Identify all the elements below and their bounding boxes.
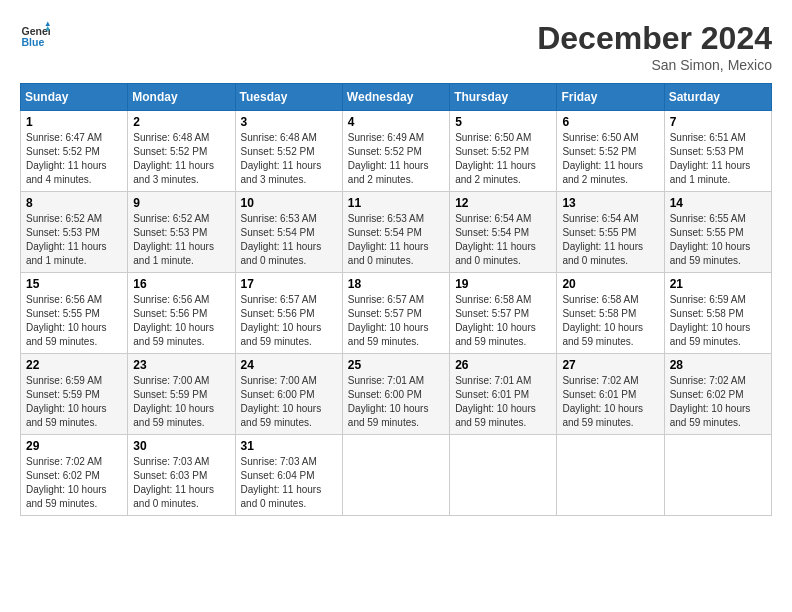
day-number: 5 — [455, 115, 551, 129]
day-cell-24: 24 Sunrise: 7:00 AM Sunset: 6:00 PM Dayl… — [235, 354, 342, 435]
day-info: Sunrise: 6:54 AM Sunset: 5:54 PM Dayligh… — [455, 212, 551, 268]
day-cell-14: 14 Sunrise: 6:55 AM Sunset: 5:55 PM Dayl… — [664, 192, 771, 273]
day-info: Sunrise: 6:56 AM Sunset: 5:56 PM Dayligh… — [133, 293, 229, 349]
day-cell-8: 8 Sunrise: 6:52 AM Sunset: 5:53 PM Dayli… — [21, 192, 128, 273]
day-number: 19 — [455, 277, 551, 291]
day-cell-26: 26 Sunrise: 7:01 AM Sunset: 6:01 PM Dayl… — [450, 354, 557, 435]
header-saturday: Saturday — [664, 84, 771, 111]
page-header: General Blue December 2024 San Simon, Me… — [20, 20, 772, 73]
day-info: Sunrise: 6:49 AM Sunset: 5:52 PM Dayligh… — [348, 131, 444, 187]
day-number: 3 — [241, 115, 337, 129]
empty-cell — [342, 435, 449, 516]
day-number: 7 — [670, 115, 766, 129]
header-wednesday: Wednesday — [342, 84, 449, 111]
day-cell-23: 23 Sunrise: 7:00 AM Sunset: 5:59 PM Dayl… — [128, 354, 235, 435]
day-info: Sunrise: 6:56 AM Sunset: 5:55 PM Dayligh… — [26, 293, 122, 349]
day-info: Sunrise: 6:52 AM Sunset: 5:53 PM Dayligh… — [133, 212, 229, 268]
header-sunday: Sunday — [21, 84, 128, 111]
logo: General Blue — [20, 20, 50, 50]
calendar-table: Sunday Monday Tuesday Wednesday Thursday… — [20, 83, 772, 516]
day-info: Sunrise: 7:03 AM Sunset: 6:04 PM Dayligh… — [241, 455, 337, 511]
empty-cell — [557, 435, 664, 516]
day-info: Sunrise: 6:55 AM Sunset: 5:55 PM Dayligh… — [670, 212, 766, 268]
day-info: Sunrise: 6:58 AM Sunset: 5:57 PM Dayligh… — [455, 293, 551, 349]
day-number: 22 — [26, 358, 122, 372]
day-info: Sunrise: 6:50 AM Sunset: 5:52 PM Dayligh… — [562, 131, 658, 187]
day-number: 8 — [26, 196, 122, 210]
day-number: 15 — [26, 277, 122, 291]
day-number: 10 — [241, 196, 337, 210]
day-info: Sunrise: 7:02 AM Sunset: 6:01 PM Dayligh… — [562, 374, 658, 430]
day-info: Sunrise: 6:51 AM Sunset: 5:53 PM Dayligh… — [670, 131, 766, 187]
day-cell-25: 25 Sunrise: 7:01 AM Sunset: 6:00 PM Dayl… — [342, 354, 449, 435]
day-number: 26 — [455, 358, 551, 372]
day-info: Sunrise: 6:53 AM Sunset: 5:54 PM Dayligh… — [241, 212, 337, 268]
week-row-1: 1 Sunrise: 6:47 AM Sunset: 5:52 PM Dayli… — [21, 111, 772, 192]
day-cell-30: 30 Sunrise: 7:03 AM Sunset: 6:03 PM Dayl… — [128, 435, 235, 516]
day-cell-3: 3 Sunrise: 6:48 AM Sunset: 5:52 PM Dayli… — [235, 111, 342, 192]
day-cell-7: 7 Sunrise: 6:51 AM Sunset: 5:53 PM Dayli… — [664, 111, 771, 192]
day-number: 6 — [562, 115, 658, 129]
day-info: Sunrise: 7:03 AM Sunset: 6:03 PM Dayligh… — [133, 455, 229, 511]
day-cell-17: 17 Sunrise: 6:57 AM Sunset: 5:56 PM Dayl… — [235, 273, 342, 354]
day-cell-9: 9 Sunrise: 6:52 AM Sunset: 5:53 PM Dayli… — [128, 192, 235, 273]
day-info: Sunrise: 7:01 AM Sunset: 6:00 PM Dayligh… — [348, 374, 444, 430]
day-cell-1: 1 Sunrise: 6:47 AM Sunset: 5:52 PM Dayli… — [21, 111, 128, 192]
day-cell-15: 15 Sunrise: 6:56 AM Sunset: 5:55 PM Dayl… — [21, 273, 128, 354]
day-cell-22: 22 Sunrise: 6:59 AM Sunset: 5:59 PM Dayl… — [21, 354, 128, 435]
day-number: 21 — [670, 277, 766, 291]
day-cell-29: 29 Sunrise: 7:02 AM Sunset: 6:02 PM Dayl… — [21, 435, 128, 516]
day-info: Sunrise: 6:58 AM Sunset: 5:58 PM Dayligh… — [562, 293, 658, 349]
location: San Simon, Mexico — [537, 57, 772, 73]
svg-marker-2 — [46, 22, 51, 27]
week-row-5: 29 Sunrise: 7:02 AM Sunset: 6:02 PM Dayl… — [21, 435, 772, 516]
day-cell-16: 16 Sunrise: 6:56 AM Sunset: 5:56 PM Dayl… — [128, 273, 235, 354]
day-info: Sunrise: 6:47 AM Sunset: 5:52 PM Dayligh… — [26, 131, 122, 187]
day-info: Sunrise: 7:02 AM Sunset: 6:02 PM Dayligh… — [26, 455, 122, 511]
header-friday: Friday — [557, 84, 664, 111]
day-cell-28: 28 Sunrise: 7:02 AM Sunset: 6:02 PM Dayl… — [664, 354, 771, 435]
day-cell-21: 21 Sunrise: 6:59 AM Sunset: 5:58 PM Dayl… — [664, 273, 771, 354]
day-info: Sunrise: 7:02 AM Sunset: 6:02 PM Dayligh… — [670, 374, 766, 430]
day-number: 1 — [26, 115, 122, 129]
day-number: 18 — [348, 277, 444, 291]
day-number: 25 — [348, 358, 444, 372]
header-tuesday: Tuesday — [235, 84, 342, 111]
day-number: 28 — [670, 358, 766, 372]
day-number: 31 — [241, 439, 337, 453]
day-cell-4: 4 Sunrise: 6:49 AM Sunset: 5:52 PM Dayli… — [342, 111, 449, 192]
day-info: Sunrise: 6:59 AM Sunset: 5:59 PM Dayligh… — [26, 374, 122, 430]
day-number: 4 — [348, 115, 444, 129]
day-number: 16 — [133, 277, 229, 291]
month-title: December 2024 — [537, 20, 772, 57]
day-number: 27 — [562, 358, 658, 372]
day-info: Sunrise: 6:48 AM Sunset: 5:52 PM Dayligh… — [133, 131, 229, 187]
day-cell-20: 20 Sunrise: 6:58 AM Sunset: 5:58 PM Dayl… — [557, 273, 664, 354]
day-number: 29 — [26, 439, 122, 453]
day-number: 30 — [133, 439, 229, 453]
day-number: 12 — [455, 196, 551, 210]
day-number: 17 — [241, 277, 337, 291]
day-info: Sunrise: 6:57 AM Sunset: 5:57 PM Dayligh… — [348, 293, 444, 349]
day-number: 14 — [670, 196, 766, 210]
day-info: Sunrise: 7:00 AM Sunset: 6:00 PM Dayligh… — [241, 374, 337, 430]
day-cell-2: 2 Sunrise: 6:48 AM Sunset: 5:52 PM Dayli… — [128, 111, 235, 192]
day-info: Sunrise: 6:52 AM Sunset: 5:53 PM Dayligh… — [26, 212, 122, 268]
day-info: Sunrise: 6:59 AM Sunset: 5:58 PM Dayligh… — [670, 293, 766, 349]
day-info: Sunrise: 6:54 AM Sunset: 5:55 PM Dayligh… — [562, 212, 658, 268]
title-block: December 2024 San Simon, Mexico — [537, 20, 772, 73]
weekday-header-row: Sunday Monday Tuesday Wednesday Thursday… — [21, 84, 772, 111]
empty-cell — [450, 435, 557, 516]
day-info: Sunrise: 7:00 AM Sunset: 5:59 PM Dayligh… — [133, 374, 229, 430]
day-cell-31: 31 Sunrise: 7:03 AM Sunset: 6:04 PM Dayl… — [235, 435, 342, 516]
day-info: Sunrise: 6:50 AM Sunset: 5:52 PM Dayligh… — [455, 131, 551, 187]
week-row-2: 8 Sunrise: 6:52 AM Sunset: 5:53 PM Dayli… — [21, 192, 772, 273]
day-cell-18: 18 Sunrise: 6:57 AM Sunset: 5:57 PM Dayl… — [342, 273, 449, 354]
day-cell-10: 10 Sunrise: 6:53 AM Sunset: 5:54 PM Dayl… — [235, 192, 342, 273]
day-number: 11 — [348, 196, 444, 210]
day-cell-5: 5 Sunrise: 6:50 AM Sunset: 5:52 PM Dayli… — [450, 111, 557, 192]
svg-text:Blue: Blue — [22, 36, 45, 48]
day-info: Sunrise: 6:48 AM Sunset: 5:52 PM Dayligh… — [241, 131, 337, 187]
day-cell-19: 19 Sunrise: 6:58 AM Sunset: 5:57 PM Dayl… — [450, 273, 557, 354]
week-row-4: 22 Sunrise: 6:59 AM Sunset: 5:59 PM Dayl… — [21, 354, 772, 435]
